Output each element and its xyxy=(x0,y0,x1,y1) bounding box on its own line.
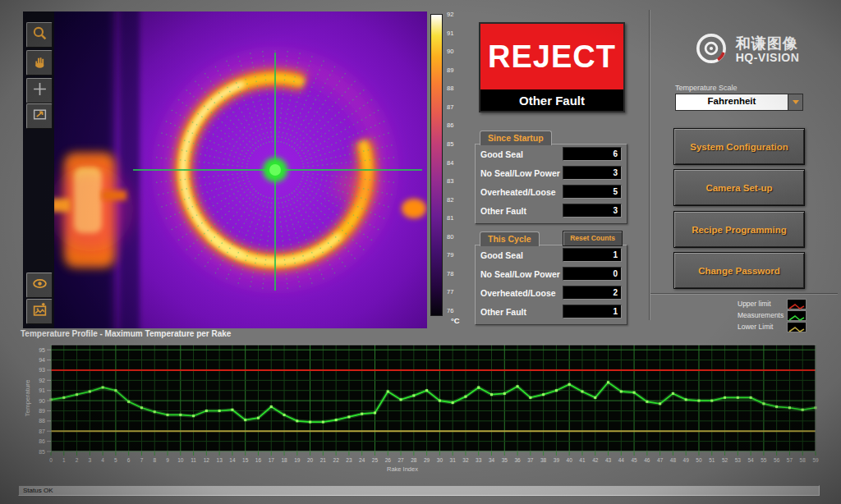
camera-setup-button[interactable]: Camera Set-up xyxy=(673,169,805,206)
crosshair-icon xyxy=(32,81,48,100)
svg-text:13: 13 xyxy=(217,457,223,463)
count-label: Other Fault xyxy=(480,206,526,216)
colorbar-tick: 87 xyxy=(447,104,468,110)
svg-text:90: 90 xyxy=(39,398,45,404)
svg-text:20: 20 xyxy=(307,457,314,463)
display-options-tool-button[interactable] xyxy=(26,273,53,298)
svg-text:86: 86 xyxy=(39,438,45,444)
thermal-image-viewport[interactable] xyxy=(54,11,427,328)
colorbar-tick: 84 xyxy=(447,160,468,166)
count-value: 5 xyxy=(563,185,622,199)
legend-label: Measurements xyxy=(738,311,787,319)
recipe-programming-button[interactable]: Recipe Programming xyxy=(673,211,805,248)
svg-text:35: 35 xyxy=(502,457,508,463)
zoom-fit-icon xyxy=(32,107,48,126)
svg-text:88: 88 xyxy=(39,418,45,424)
svg-text:8: 8 xyxy=(153,457,156,463)
svg-text:59: 59 xyxy=(812,457,819,463)
svg-text:12: 12 xyxy=(204,457,210,463)
svg-text:18: 18 xyxy=(281,457,287,463)
count-value: 3 xyxy=(563,204,622,218)
svg-text:41: 41 xyxy=(579,457,586,463)
since-startup-title: Since Startup xyxy=(480,131,552,145)
this-cycle-group: This Cycle Reset Counts Good Seal 1 No S… xyxy=(475,245,627,325)
colorbar-unit: °C xyxy=(451,316,460,325)
count-row: Good Seal 6 xyxy=(476,144,627,163)
svg-text:40: 40 xyxy=(567,457,573,463)
temperature-scale-dropdown[interactable]: Fahrenheit xyxy=(675,94,803,111)
svg-text:Temperature: Temperature xyxy=(24,379,31,416)
svg-text:43: 43 xyxy=(605,457,612,463)
colorbar-tick: 79 xyxy=(447,252,468,258)
colorbar-tick: 83 xyxy=(447,178,468,184)
dropdown-arrow-icon[interactable] xyxy=(788,94,802,110)
svg-text:92: 92 xyxy=(39,378,45,383)
count-row: No Seal/Low Power 3 xyxy=(476,163,627,182)
svg-text:4: 4 xyxy=(101,457,104,463)
upper-limit-swatch xyxy=(787,299,807,309)
svg-text:87: 87 xyxy=(39,428,45,434)
svg-text:45: 45 xyxy=(631,457,637,463)
count-row: Overheated/Loose 2 xyxy=(476,283,627,302)
svg-text:6: 6 xyxy=(127,457,131,463)
svg-text:56: 56 xyxy=(774,457,780,463)
svg-text:38: 38 xyxy=(540,457,547,463)
colorbar-tick: 90 xyxy=(447,48,468,54)
svg-text:48: 48 xyxy=(670,457,677,463)
brand-logo: 和谦图像 HQ-VISION xyxy=(673,27,820,73)
svg-text:95: 95 xyxy=(39,347,45,353)
temperature-profile-panel: Temperature Profile - Maximum Temperatur… xyxy=(18,328,823,480)
colorbar-tick: 80 xyxy=(447,234,468,240)
chart-title: Temperature Profile - Maximum Temperatur… xyxy=(21,329,231,338)
svg-text:51: 51 xyxy=(709,457,715,463)
panel-divider xyxy=(649,10,650,320)
reset-counts-button[interactable]: Reset Counts xyxy=(563,231,623,246)
svg-text:33: 33 xyxy=(476,457,482,463)
change-password-button[interactable]: Change Password xyxy=(673,252,805,289)
status-bar: Status OK xyxy=(18,485,820,496)
svg-text:32: 32 xyxy=(462,457,469,463)
svg-text:34: 34 xyxy=(489,457,495,463)
colorbar-tick: 77 xyxy=(447,289,468,295)
measurements-swatch xyxy=(787,310,807,321)
colorbar-tick-labels: 9291908988878685848382818079787776 xyxy=(447,11,468,314)
pan-tool-button[interactable] xyxy=(26,50,53,76)
count-label: Good Seal xyxy=(480,149,523,159)
system-configuration-button[interactable]: System Configuration xyxy=(673,128,805,165)
svg-text:46: 46 xyxy=(644,457,650,463)
zoom-fit-tool-button[interactable] xyxy=(26,103,53,129)
svg-text:93: 93 xyxy=(39,367,45,373)
svg-text:24: 24 xyxy=(359,457,365,463)
svg-text:91: 91 xyxy=(39,387,45,393)
brand-name-cn: 和谦图像 xyxy=(736,36,800,52)
svg-text:23: 23 xyxy=(346,457,352,463)
hq-vision-logo-icon xyxy=(694,31,728,69)
svg-text:49: 49 xyxy=(683,457,690,463)
zoom-tool-button[interactable] xyxy=(26,22,53,48)
count-value: 1 xyxy=(563,305,622,318)
legend-row-upper-limit: Upper limit xyxy=(738,298,828,309)
crosshair-tool-button[interactable] xyxy=(26,78,53,103)
svg-text:42: 42 xyxy=(592,457,599,463)
save-image-tool-button[interactable] xyxy=(26,299,53,324)
temperature-colorbar xyxy=(430,14,443,316)
svg-text:15: 15 xyxy=(242,457,249,463)
svg-text:1: 1 xyxy=(62,457,66,463)
svg-text:37: 37 xyxy=(527,457,534,463)
count-label: Overheated/Loose xyxy=(480,187,556,197)
svg-text:94: 94 xyxy=(39,357,45,363)
svg-text:52: 52 xyxy=(722,457,728,463)
temperature-scale-label: Temperature Scale xyxy=(675,84,738,92)
image-export-icon xyxy=(32,302,48,321)
svg-text:11: 11 xyxy=(191,457,196,463)
result-status-label: REJECT xyxy=(480,24,623,89)
hand-icon xyxy=(32,53,48,72)
count-value: 1 xyxy=(563,248,622,262)
svg-text:3: 3 xyxy=(89,457,92,463)
svg-text:53: 53 xyxy=(735,457,742,463)
svg-text:27: 27 xyxy=(398,457,404,463)
svg-text:14: 14 xyxy=(229,457,236,463)
colorbar-tick: 76 xyxy=(447,308,468,314)
brand-name-en: HQ-VISION xyxy=(736,52,800,64)
svg-text:36: 36 xyxy=(514,457,521,463)
